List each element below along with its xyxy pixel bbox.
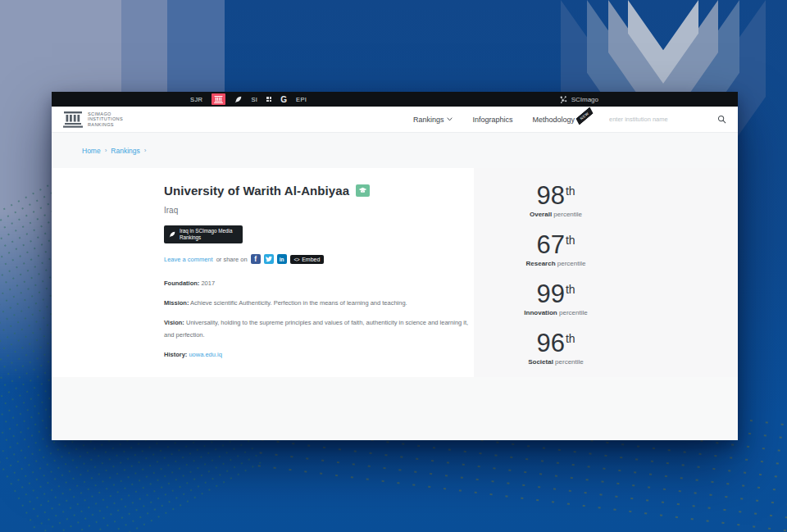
new-badge: NEW [575,107,594,125]
twitter-share-button[interactable] [264,254,274,264]
products-topbar: SJR SI G EPI SCImago [52,92,738,107]
main-content: University of Warith Al-Anbiyaa Iraq Ira… [52,168,738,377]
columns-icon [63,111,83,128]
main-nav: Rankings Infographics Methodology NEW [413,115,726,124]
apps-grid-icon[interactable] [266,97,271,102]
institution-details: Foundation: 2017 Mission: Achieve scient… [164,277,474,361]
sjr-link[interactable]: SJR [190,96,202,103]
site-header: SCIMAGO INSTITUTIONS RANKINGS Rankings I… [52,107,738,133]
history-field: History: uowa.edu.iq [164,348,479,361]
breadcrumb: Home › Rankings › [52,133,738,168]
sir-active-tab[interactable] [212,93,225,105]
twitter-bird-icon [266,256,272,262]
nav-rankings[interactable]: Rankings [413,116,453,124]
percentiles-rail: 98th Overall percentile 67th Research pe… [474,168,738,377]
breadcrumb-home[interactable]: Home [82,147,101,155]
institution-panel: University of Warith Al-Anbiyaa Iraq Ira… [52,168,474,377]
share-row: Leave a comment or share on f in <> Embe… [164,254,474,264]
vision-field: Vision: Universality, holding to the sup… [164,316,479,341]
logo-wordmark: SCIMAGO INSTITUTIONS RANKINGS [88,111,123,128]
embed-button[interactable]: <> Embed [290,255,325,264]
facebook-share-button[interactable]: f [251,254,261,264]
media-rankings-button[interactable]: Iraq in SCImago Media Rankings [164,225,243,243]
scimago-brand-link[interactable]: SCImago [571,96,598,103]
breadcrumb-rankings[interactable]: Rankings [111,147,139,155]
leave-comment-link[interactable]: Leave a comment [164,256,213,263]
sir-logo[interactable]: SCIMAGO INSTITUTIONS RANKINGS [63,111,123,128]
breadcrumb-separator: › [105,147,107,154]
overall-percentile: 98th Overall percentile [474,179,638,228]
innovation-percentile: 99th Innovation percentile [474,277,638,326]
breadcrumb-separator: › [144,147,147,154]
page-title: University of Warith Al-Anbiyaa [164,184,474,198]
graduation-cap-icon [358,187,367,194]
columns-icon [214,96,223,103]
browser-page: SJR SI G EPI SCImago [52,92,738,440]
mission-field: Mission: Achieve scientific Authenticity… [164,297,479,309]
search-input[interactable] [607,115,698,124]
research-percentile: 67th Research percentile [474,228,638,277]
history-link[interactable]: uowa.edu.iq [189,351,221,358]
search-icon[interactable] [717,115,726,124]
viz-quill-icon[interactable] [234,96,242,103]
si-link[interactable]: SI [251,96,257,103]
code-icon: <> [294,257,300,262]
societal-percentile: 96th Societal percentile [474,326,638,375]
graphica-link[interactable]: G [280,95,287,104]
scimago-lab-icon [559,95,568,104]
higher-education-badge [356,184,370,197]
share-on-label: or share on [216,256,248,263]
linkedin-share-button[interactable]: in [277,254,287,264]
epi-link[interactable]: EPI [296,96,307,103]
nav-methodology[interactable]: Methodology NEW [532,116,588,124]
foundation-field: Foundation: 2017 [164,277,479,289]
footer-band [52,377,738,440]
nav-infographics[interactable]: Infographics [472,116,512,124]
quill-icon [169,231,175,238]
chevron-down-icon [447,117,453,121]
country-label: Iraq [164,206,474,215]
